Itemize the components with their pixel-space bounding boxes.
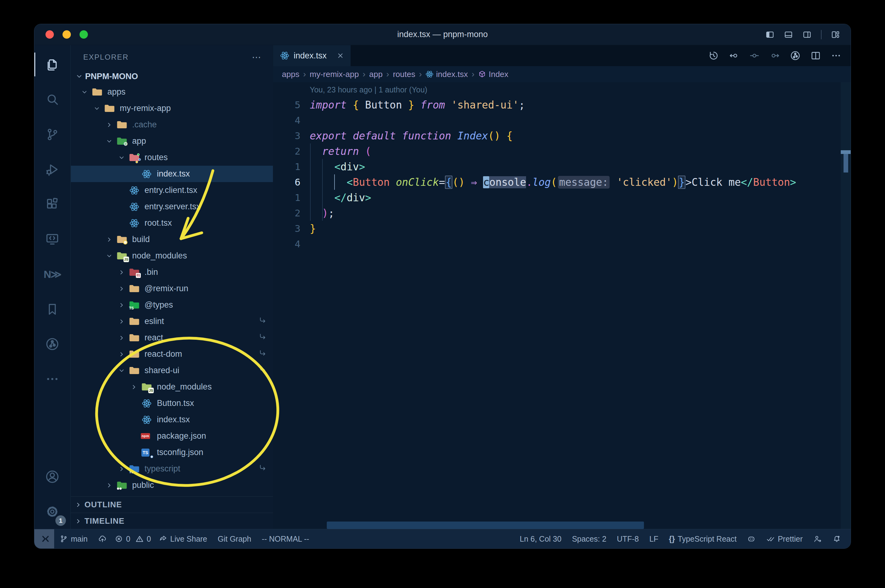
status-language-mode[interactable]: {}TypeScript React <box>664 534 742 543</box>
tree-item-app[interactable]: ⚙app <box>71 133 273 149</box>
token-tag: > <box>790 176 796 188</box>
split-editor-icon[interactable] <box>810 50 821 61</box>
activity-bookmarks[interactable] <box>35 291 70 327</box>
git-graph-view-icon[interactable] <box>790 50 801 61</box>
error-icon <box>114 534 123 543</box>
breadcrumb-item-app[interactable]: app <box>369 69 382 79</box>
tree-item-react-dom[interactable]: react-dom <box>71 346 273 362</box>
tree-item-label: eslint <box>144 316 164 326</box>
status-feedback[interactable] <box>808 534 827 543</box>
activity-settings[interactable]: 1 <box>35 494 70 529</box>
token-tag: < <box>346 176 353 188</box>
status-git-graph[interactable]: Git Graph <box>212 534 256 543</box>
token-plain <box>500 130 507 142</box>
layout-customize-icon[interactable] <box>831 30 840 39</box>
chevron-right-icon <box>105 121 113 129</box>
activity-nx-console[interactable]: N≫ <box>35 256 70 291</box>
code-line-1: 1 </div> <box>273 190 850 205</box>
activity-remote-explorer[interactable] <box>35 222 70 256</box>
activity-more-views[interactable] <box>35 362 70 396</box>
section-timeline[interactable]: TIMELINE <box>71 513 273 529</box>
overview-ruler[interactable] <box>841 82 850 529</box>
activity-accounts[interactable] <box>35 459 70 494</box>
status-encoding[interactable]: UTF-8 <box>612 534 644 543</box>
breadcrumb-item-routes[interactable]: routes <box>393 69 415 79</box>
tree-item-nodemodules[interactable]: JSnode_modules <box>71 248 273 264</box>
token-plain <box>310 176 346 188</box>
activity-source-control[interactable] <box>35 117 70 152</box>
tab-index-tsx[interactable]: index.tsx <box>273 45 351 66</box>
tree-item-packagejson[interactable]: npmpackage.json <box>71 428 273 444</box>
activity-search[interactable] <box>35 82 70 117</box>
token-cursor[interactable]: c <box>483 176 489 188</box>
tree-item-build[interactable]: build <box>71 231 273 248</box>
timeline-history-icon[interactable] <box>708 50 719 61</box>
breadcrumb-item-apps[interactable]: apps <box>282 69 299 79</box>
previous-change-icon[interactable] <box>729 50 739 61</box>
horizontal-scrollbar[interactable] <box>327 522 644 529</box>
chevron-down-icon <box>116 154 128 161</box>
vscode-window: index.tsx — pnpm-mono N≫1 EXPLORER ⋯ PNP… <box>34 24 851 549</box>
chevron-right-icon <box>103 236 116 243</box>
layout-sidebar-right-icon[interactable] <box>802 30 812 39</box>
tree-item-eslint[interactable]: eslint <box>71 313 273 330</box>
activity-run-debug[interactable] <box>35 152 70 187</box>
tree-item-typescript[interactable]: TStypescript <box>71 460 273 477</box>
code-editor[interactable]: You, 23 hours ago | 1 author (You)5impor… <box>273 82 850 529</box>
activity-explorer[interactable] <box>35 47 70 82</box>
tree-item-cache[interactable]: .cache <box>71 117 273 133</box>
status-eol[interactable]: LF <box>644 534 664 543</box>
tree-item-public[interactable]: public <box>71 477 273 494</box>
tree-item-bin[interactable]: 01.bin <box>71 264 273 280</box>
workspace-root-row[interactable]: PNPM-MONO <box>71 69 273 84</box>
status-branch[interactable]: main <box>54 534 93 543</box>
tree-item-react[interactable]: react <box>71 330 273 346</box>
tree-item-entryservertsx[interactable]: entry.server.tsx <box>71 198 273 215</box>
tree-item-entryclienttsx[interactable]: entry.client.tsx <box>71 182 273 198</box>
status-notifications[interactable] <box>827 534 846 543</box>
tree-item-remix-run[interactable]: @remix-run <box>71 280 273 297</box>
layout-panel-icon[interactable] <box>784 30 793 39</box>
layout-sidebar-left-icon[interactable] <box>765 30 775 39</box>
close-tab-icon[interactable] <box>336 52 345 60</box>
activity-extensions[interactable] <box>35 187 70 222</box>
tree-item-types[interactable]: TS@types <box>71 297 273 313</box>
tree-item-label: .bin <box>144 267 158 277</box>
status-live-share[interactable]: Live Share <box>154 534 212 543</box>
tree-item-shared-ui[interactable]: shared-ui <box>71 362 273 379</box>
status-sync[interactable] <box>93 534 112 543</box>
activity-git-graph[interactable] <box>35 327 70 362</box>
section-outline[interactable]: OUTLINE <box>71 496 273 513</box>
branch-icon <box>59 534 68 543</box>
tree-item-indextsx[interactable]: index.tsx <box>71 166 273 182</box>
status-errors[interactable]: 0 <box>112 534 133 543</box>
status-prettier[interactable]: Prettier <box>761 534 808 543</box>
breadcrumb-item-index-tsx[interactable]: index.tsx <box>426 69 468 79</box>
status-vim-mode[interactable]: -- NORMAL -- <box>256 534 315 543</box>
folder-icon <box>128 349 141 360</box>
tree-item-label: @remix-run <box>144 284 188 293</box>
commit-details-icon[interactable] <box>749 50 760 61</box>
tree-item-nodemodules[interactable]: JSnode_modules <box>71 379 273 395</box>
tree-item-roottsx[interactable]: root.tsx <box>71 215 273 231</box>
tree-item-apps[interactable]: apps <box>71 84 273 100</box>
tree-item-buttontsx[interactable]: Button.tsx <box>71 395 273 411</box>
git-graph-circle-icon <box>45 337 59 351</box>
status-indentation[interactable]: Spaces: 2 <box>567 534 611 543</box>
tree-item-indextsx[interactable]: index.tsx <box>71 411 273 428</box>
breadcrumb-item-index[interactable]: Index <box>478 69 509 79</box>
status-cursor-position[interactable]: Ln 6, Col 30 <box>515 534 567 543</box>
status-warnings[interactable]: 0 <box>133 534 154 543</box>
status-copilot[interactable] <box>742 534 761 543</box>
tree-item-routes[interactable]: routes <box>71 149 273 166</box>
breadcrumb-item-my-remix-app[interactable]: my-remix-app <box>310 69 359 79</box>
next-change-icon[interactable] <box>769 50 780 61</box>
remote-explorer-icon <box>45 232 59 246</box>
tree-item-my-remix-app[interactable]: my-remix-app <box>71 100 273 117</box>
more-actions-icon[interactable] <box>831 50 841 61</box>
scrollbar-thumb[interactable] <box>844 154 848 172</box>
tree-item-tsconfigjson[interactable]: TStsconfig.json <box>71 444 273 460</box>
explorer-actions-button[interactable]: ⋯ <box>252 52 262 63</box>
remote-indicator[interactable] <box>35 529 54 549</box>
token-inlay: message: <box>558 176 610 189</box>
